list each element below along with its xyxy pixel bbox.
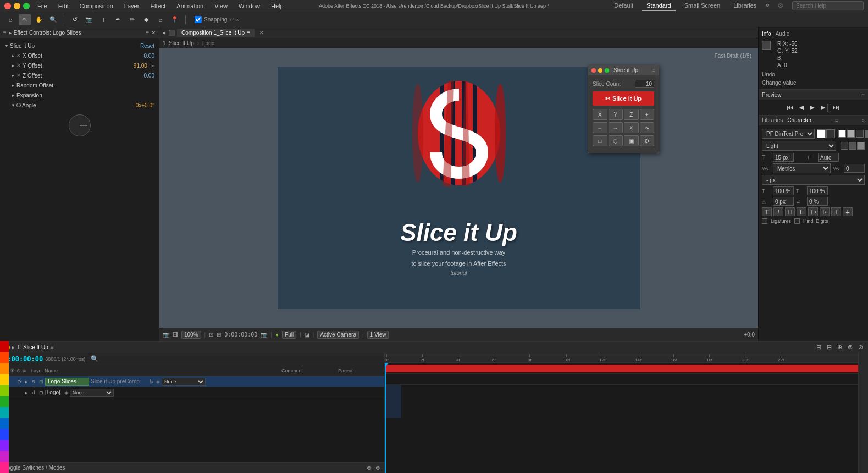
baseline-input[interactable] [773, 197, 794, 206]
comp-expand-icon[interactable]: ✕ [259, 29, 264, 36]
search-input[interactable] [792, 1, 864, 10]
color-block-6[interactable] [0, 407, 9, 418]
color-block-2[interactable] [0, 363, 9, 374]
fmt-underline[interactable]: T [831, 207, 841, 216]
btn-grid[interactable]: ▣ [624, 135, 639, 146]
scale-v-input[interactable] [807, 186, 828, 195]
tool-pen[interactable]: ✒ [112, 14, 124, 25]
toggle-switches-label[interactable]: Toggle Switches / Modes [4, 465, 65, 471]
tool-hand[interactable]: ✋ [33, 14, 45, 25]
btn-gear[interactable]: ⚙ [640, 135, 655, 146]
fmt-sub[interactable]: Ta [820, 207, 830, 216]
ec-menu-icon[interactable]: ≡ [146, 30, 149, 36]
color-block-8[interactable] [0, 429, 9, 440]
btn-sq[interactable]: □ [593, 135, 607, 146]
tl-ctrl-5[interactable]: ⊘ [856, 344, 865, 351]
indent-select[interactable]: - px [762, 175, 865, 185]
fmt-allcaps[interactable]: TT [785, 207, 795, 216]
vb-camera-icon[interactable]: 🎞 [173, 332, 178, 338]
btn-cross[interactable]: ✕ [624, 122, 639, 133]
fmt-strikethrough[interactable]: T [843, 207, 853, 216]
menu-composition[interactable]: Composition [78, 2, 115, 10]
fmt-smallcaps[interactable]: Tr [797, 207, 806, 216]
tool-home[interactable]: ⌂ [4, 14, 16, 25]
weight-select[interactable]: Light [762, 141, 836, 151]
menu-animation[interactable]: Animation [174, 2, 206, 10]
pv-first[interactable]: ⏮ [787, 103, 794, 112]
parent-select-1[interactable]: None [70, 389, 114, 397]
effect-row-sliceitup[interactable]: ▼ Slice it Up Reset [0, 41, 159, 51]
snap-icon2[interactable]: ⬦ [236, 16, 239, 23]
menu-file[interactable]: File [35, 2, 49, 10]
xoffset-value[interactable]: 0.00 [144, 53, 154, 59]
fmt-bold[interactable]: T [762, 207, 772, 216]
ws-tab-libraries[interactable]: Libraries [729, 1, 761, 11]
prop-row-zoffset[interactable]: ▸ ✕ Z Offset 0.00 [0, 70, 159, 80]
layer-expand-1[interactable]: ▸ [25, 390, 28, 395]
sp-menu-icon[interactable]: ≡ [652, 67, 655, 73]
tool-select[interactable]: ↖ [19, 14, 31, 25]
track-bar-0[interactable] [385, 365, 858, 372]
yoffset-value[interactable]: 91.00 [134, 63, 147, 69]
ws-tab-default[interactable]: Default [610, 1, 638, 11]
tool-shape[interactable]: ◆ [140, 14, 152, 25]
color-block-1[interactable] [0, 352, 9, 363]
prop-row-randomoffset[interactable]: ▸ Random Offset [0, 80, 159, 90]
view-select[interactable]: 1 View [367, 331, 389, 339]
zoom-select[interactable]: 100% [181, 331, 201, 339]
tool-zoom[interactable]: 🔍 [47, 14, 59, 25]
angle-value[interactable]: 0x+0.0° [136, 102, 154, 108]
tl-ctrl-1[interactable]: ⊞ [815, 344, 823, 351]
btn-x[interactable]: X [593, 109, 607, 120]
btn-y[interactable]: Y [609, 109, 623, 120]
color-block-0[interactable] [0, 341, 9, 352]
layer-solo-0[interactable]: ⊙ [17, 379, 24, 384]
hindi-checkbox[interactable] [794, 218, 800, 224]
tl-timecode[interactable]: 0:00:00:00 [3, 355, 43, 363]
ws-settings-icon[interactable]: ⚙ [778, 2, 783, 9]
ws1[interactable] [841, 142, 848, 150]
tool-rotate[interactable]: ↺ [69, 14, 81, 25]
pv-prev[interactable]: ◄ [798, 103, 805, 112]
ws3[interactable] [857, 142, 865, 150]
ec-close-icon[interactable]: ✕ [151, 30, 156, 36]
btn-left[interactable]: ← [593, 122, 607, 133]
ws2[interactable] [849, 142, 856, 150]
menu-layer[interactable]: Layer [122, 2, 142, 10]
vb-snapshot-icon[interactable]: 📷 [163, 332, 169, 338]
comp-menu-icon[interactable]: ≡ [247, 30, 250, 36]
snapping-checkbox[interactable] [195, 16, 202, 23]
kerning-select[interactable]: Metrics [773, 163, 831, 173]
layer-name-1[interactable]: [Logo] [45, 389, 60, 395]
tl-ctrl-3[interactable]: ⊕ [836, 344, 844, 351]
swatch-dark[interactable] [856, 130, 864, 138]
minimize-button[interactable] [14, 3, 20, 9]
btn-z[interactable]: Z [624, 109, 639, 120]
ws-tab-standard[interactable]: Standard [642, 1, 676, 11]
pv-last[interactable]: ⏭ [832, 103, 840, 112]
btn-hex[interactable]: ⬡ [609, 135, 623, 146]
slice-button[interactable]: ✂ Slice it Up [593, 91, 654, 106]
ligatures-checkbox[interactable] [762, 218, 767, 224]
layer-expand-0[interactable]: ▸ [25, 379, 28, 384]
color-block-9[interactable] [0, 440, 9, 451]
ec-toggle[interactable]: ≡ [3, 30, 7, 36]
tool-type[interactable]: T [97, 14, 109, 25]
ws-tab-smallscreen[interactable]: Small Screen [680, 1, 725, 11]
sp-close[interactable] [591, 68, 596, 73]
swatch-mid[interactable] [865, 130, 868, 138]
camera-select[interactable]: Active Camera [317, 331, 359, 339]
ws-more-icon[interactable]: » [765, 1, 769, 11]
tool-camera[interactable]: 📷 [83, 14, 95, 25]
libraries-tab[interactable]: Libraries [762, 117, 783, 123]
swatch-gray[interactable] [847, 130, 855, 138]
fmt-italic[interactable]: T [773, 207, 783, 216]
menu-edit[interactable]: Edit [56, 2, 71, 10]
vb-fit-icon[interactable]: ⊡ [209, 332, 213, 338]
color-block-4[interactable] [0, 385, 9, 396]
btn-right[interactable]: → [609, 122, 623, 133]
tl-playhead[interactable] [385, 363, 386, 473]
tl-ctrl-2[interactable]: ⊟ [825, 344, 833, 351]
tl-search-icon[interactable]: 🔍 [91, 355, 98, 362]
parent-select-0[interactable]: None [162, 378, 206, 386]
